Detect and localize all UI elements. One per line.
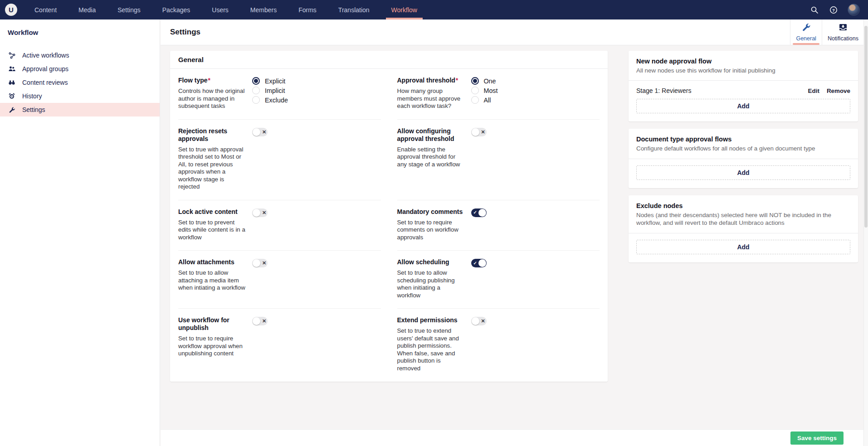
nav-item-translation[interactable]: Translation [327, 0, 380, 19]
toggle-allow-scheduling[interactable]: ✓ [471, 259, 487, 267]
help-icon[interactable]: ? [829, 5, 839, 15]
settings-workspace: Settings General Notifications [161, 19, 868, 446]
edit-stage-link[interactable]: Edit [808, 87, 819, 94]
field-description: Set to true to extend users' default sav… [397, 327, 465, 372]
field-mandatory-comments: Mandatory comments Set to true to requir… [389, 200, 608, 251]
toggle-knob [478, 259, 486, 267]
toggle-allow-attachments[interactable]: ✕ [252, 259, 268, 267]
sidebar-item-settings[interactable]: Settings [0, 103, 160, 116]
field-lock-active-content: Lock active content Set to true to preve… [170, 200, 389, 251]
panel-title: Document type approval flows [636, 136, 850, 143]
save-settings-button[interactable]: Save settings [790, 431, 844, 445]
content-reviews-icon [8, 79, 15, 86]
scrollbar-thumb[interactable] [864, 26, 868, 228]
radio-all[interactable]: All [471, 96, 498, 104]
nav-item-users[interactable]: Users [201, 0, 239, 19]
general-settings-card: General Flow type* Controls how the orig… [170, 51, 608, 382]
radio-button[interactable] [471, 87, 479, 94]
sidebar-item-history[interactable]: History [0, 89, 160, 103]
toggle-extend-permissions[interactable]: ✕ [471, 317, 487, 325]
remove-stage-link[interactable]: Remove [827, 87, 850, 94]
radio-button[interactable] [252, 87, 260, 94]
nav-item-media[interactable]: Media [68, 0, 107, 19]
add-stage-button[interactable]: Add [636, 99, 850, 113]
add-excluded-node-button[interactable]: Add [636, 240, 850, 254]
tab-label: Notifications [828, 35, 858, 42]
content-header: Settings General Notifications [161, 19, 868, 45]
field-description: Set to true with approval threshold set … [178, 146, 246, 191]
workflow-sidebar: Workflow Active workflows Approval group… [0, 19, 160, 446]
field-rejection-resets-approvals: Rejection resets approvals Set to true w… [170, 120, 389, 200]
field-description: How many group members must approve each… [397, 87, 465, 110]
add-document-type-flow-button[interactable]: Add [636, 165, 850, 180]
radio-button[interactable] [252, 96, 260, 104]
field-allow-attachments: Allow attachments Set to true to allow a… [170, 251, 389, 309]
panel-title: Exclude nodes [636, 202, 850, 209]
panel-subtitle: Nodes (and their descendants) selected h… [636, 211, 850, 227]
cross-icon: ✕ [481, 319, 485, 324]
user-avatar[interactable] [848, 4, 860, 16]
stage-label: Stage 1: Reviewers [636, 87, 691, 94]
umbraco-logo-icon[interactable]: U [5, 4, 17, 16]
tab-general[interactable]: General [790, 19, 821, 45]
field-use-workflow-for-unpublish: Use workflow for unpublish Set to true t… [170, 309, 389, 382]
radio-button-selected[interactable] [252, 77, 260, 85]
cross-icon: ✕ [262, 261, 266, 266]
search-icon[interactable] [809, 5, 819, 15]
radio-explicit[interactable]: Explicit [252, 77, 288, 85]
radio-most[interactable]: Most [471, 87, 498, 94]
field-label: Allow attachments [178, 258, 246, 266]
sidebar-item-label: Content reviews [22, 79, 68, 86]
field-flow-type: Flow type* Controls how the original aut… [170, 69, 389, 120]
toggle-lock-active-content[interactable]: ✕ [252, 208, 268, 217]
radio-button-selected[interactable] [471, 77, 479, 85]
toggle-knob [472, 128, 479, 136]
sidebar-item-label: Approval groups [22, 65, 68, 73]
view-tabs: General Notifications [790, 19, 864, 45]
toggle-use-workflow-for-unpublish[interactable]: ✕ [252, 317, 268, 325]
field-description: Set to true to prevent edits while conte… [178, 219, 246, 241]
nav-item-forms[interactable]: Forms [288, 0, 327, 19]
sidebar-item-active-workflows[interactable]: Active workflows [0, 48, 160, 62]
settings-fields: Flow type* Controls how the original aut… [170, 69, 608, 382]
radio-one[interactable]: One [471, 77, 498, 85]
nav-item-content[interactable]: Content [24, 0, 68, 19]
radio-exclude[interactable]: Exclude [252, 96, 288, 104]
nav-item-workflow[interactable]: Workflow [380, 0, 428, 19]
tab-notifications[interactable]: Notifications [822, 19, 864, 45]
radio-button[interactable] [471, 96, 479, 104]
sidebar-item-content-reviews[interactable]: Content reviews [0, 76, 160, 89]
field-label: Allow scheduling [397, 258, 465, 266]
top-navbar: U Content Media Settings Packages Users … [0, 0, 868, 19]
toggle-allow-configuring-approval-threshold[interactable]: ✕ [471, 128, 487, 136]
sidebar-item-label: Active workflows [22, 52, 69, 59]
toggle-knob [472, 317, 479, 325]
field-label: Lock active content [178, 208, 246, 216]
radio-implicit[interactable]: Implicit [252, 87, 288, 94]
action-footer: Save settings [161, 429, 868, 446]
field-description: Set to true to allow attaching a media i… [178, 269, 246, 291]
field-description: Set to true to require workflow approval… [178, 335, 246, 357]
field-description: Controls how the original author is mana… [178, 87, 246, 110]
field-label: Mandatory comments [397, 208, 465, 216]
umbraco-backoffice: U Content Media Settings Packages Users … [0, 0, 868, 446]
toggle-mandatory-comments[interactable]: ✓ [471, 208, 487, 217]
navbar-actions: ? [809, 0, 868, 19]
panel-title: New node approval flow [636, 58, 850, 65]
wrench-icon [802, 23, 811, 34]
field-approval-threshold: Approval threshold* How many group membe… [389, 69, 608, 120]
toggle-rejection-resets-approvals[interactable]: ✕ [252, 128, 268, 136]
nav-item-members[interactable]: Members [239, 0, 288, 19]
section-nav: Content Media Settings Packages Users Me… [24, 0, 428, 19]
page-title: Settings [161, 28, 200, 37]
toggle-knob [253, 128, 260, 136]
nav-item-packages[interactable]: Packages [151, 0, 201, 19]
nav-item-settings[interactable]: Settings [107, 0, 151, 19]
sidebar-item-approval-groups[interactable]: Approval groups [0, 62, 160, 76]
field-label: Use workflow for unpublish [178, 316, 246, 332]
toggle-knob [253, 317, 260, 325]
logo-letter: U [9, 6, 14, 14]
cross-icon: ✕ [262, 130, 266, 135]
panel-subtitle: All new nodes use this workflow for init… [636, 67, 850, 74]
field-label: Flow type* [178, 77, 246, 84]
